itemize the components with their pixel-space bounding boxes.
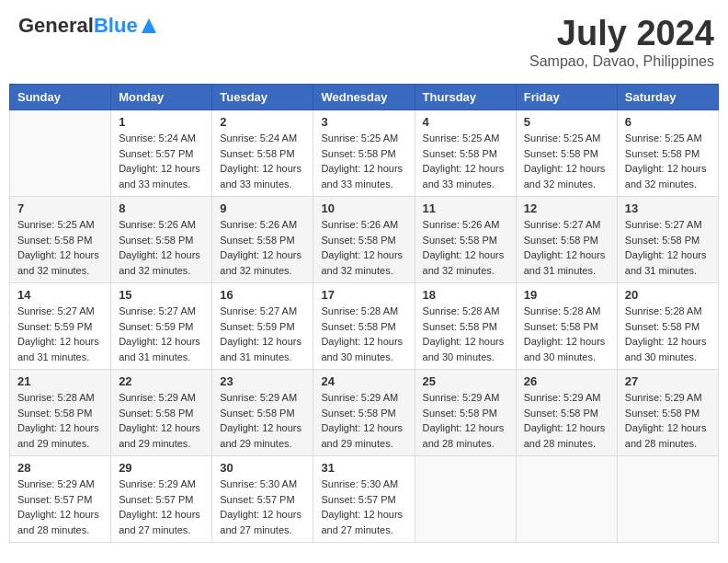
col-header-wednesday: Wednesday xyxy=(313,85,415,110)
day-number: 6 xyxy=(625,115,711,129)
day-info: Sunrise: 5:29 AM Sunset: 5:57 PM Dayligh… xyxy=(119,477,204,537)
col-header-thursday: Thursday xyxy=(415,85,516,110)
day-info: Sunrise: 5:30 AM Sunset: 5:57 PM Dayligh… xyxy=(321,477,406,537)
day-number: 19 xyxy=(524,288,609,302)
calendar-cell: 8Sunrise: 5:26 AM Sunset: 5:58 PM Daylig… xyxy=(111,197,212,283)
week-row-3: 14Sunrise: 5:27 AM Sunset: 5:59 PM Dayli… xyxy=(10,283,719,370)
day-number: 21 xyxy=(17,374,103,388)
calendar-table: SundayMondayTuesdayWednesdayThursdayFrid… xyxy=(9,84,719,543)
calendar-cell xyxy=(10,110,111,197)
day-info: Sunrise: 5:29 AM Sunset: 5:58 PM Dayligh… xyxy=(321,390,406,451)
calendar-cell: 4Sunrise: 5:25 AM Sunset: 5:58 PM Daylig… xyxy=(415,110,516,197)
day-info: Sunrise: 5:27 AM Sunset: 5:59 PM Dayligh… xyxy=(119,304,204,364)
calendar-cell: 14Sunrise: 5:27 AM Sunset: 5:59 PM Dayli… xyxy=(10,283,111,370)
day-info: Sunrise: 5:25 AM Sunset: 5:58 PM Dayligh… xyxy=(524,131,609,191)
svg-marker-0 xyxy=(142,18,156,33)
calendar-cell: 7Sunrise: 5:25 AM Sunset: 5:58 PM Daylig… xyxy=(10,197,111,283)
day-number: 12 xyxy=(524,201,609,215)
page-header: GeneralBlue July 2024 Sampao, Davao, Phi… xyxy=(9,9,719,75)
day-number: 2 xyxy=(220,115,305,129)
day-info: Sunrise: 5:24 AM Sunset: 5:57 PM Dayligh… xyxy=(119,131,204,191)
day-number: 24 xyxy=(321,374,406,388)
day-info: Sunrise: 5:28 AM Sunset: 5:58 PM Dayligh… xyxy=(524,304,609,364)
day-info: Sunrise: 5:25 AM Sunset: 5:58 PM Dayligh… xyxy=(423,131,508,191)
day-info: Sunrise: 5:29 AM Sunset: 5:58 PM Dayligh… xyxy=(423,390,508,451)
day-info: Sunrise: 5:29 AM Sunset: 5:58 PM Dayligh… xyxy=(119,390,204,451)
day-number: 1 xyxy=(119,115,204,129)
logo-general-text: General xyxy=(18,14,94,38)
calendar-cell: 29Sunrise: 5:29 AM Sunset: 5:57 PM Dayli… xyxy=(111,456,212,543)
calendar-cell xyxy=(516,456,617,543)
calendar-cell xyxy=(415,456,516,543)
col-header-saturday: Saturday xyxy=(617,85,718,110)
calendar-cell: 19Sunrise: 5:28 AM Sunset: 5:58 PM Dayli… xyxy=(516,283,617,370)
week-row-1: 1Sunrise: 5:24 AM Sunset: 5:57 PM Daylig… xyxy=(10,110,719,197)
col-header-tuesday: Tuesday xyxy=(212,85,313,110)
calendar-cell: 3Sunrise: 5:25 AM Sunset: 5:58 PM Daylig… xyxy=(313,110,415,197)
title-area: July 2024 Sampao, Davao, Philippines xyxy=(529,14,714,70)
day-number: 10 xyxy=(321,201,406,215)
col-header-monday: Monday xyxy=(111,85,212,110)
logo: GeneralBlue xyxy=(18,14,158,38)
calendar-cell: 15Sunrise: 5:27 AM Sunset: 5:59 PM Dayli… xyxy=(111,283,212,370)
calendar-cell: 18Sunrise: 5:28 AM Sunset: 5:58 PM Dayli… xyxy=(415,283,516,370)
day-number: 4 xyxy=(423,115,508,129)
day-number: 7 xyxy=(17,201,103,215)
calendar-cell: 30Sunrise: 5:30 AM Sunset: 5:57 PM Dayli… xyxy=(212,456,313,543)
day-info: Sunrise: 5:27 AM Sunset: 5:59 PM Dayligh… xyxy=(220,304,305,364)
day-info: Sunrise: 5:27 AM Sunset: 5:58 PM Dayligh… xyxy=(524,217,609,278)
calendar-cell: 2Sunrise: 5:24 AM Sunset: 5:58 PM Daylig… xyxy=(212,110,313,197)
day-info: Sunrise: 5:26 AM Sunset: 5:58 PM Dayligh… xyxy=(423,217,508,278)
day-number: 30 xyxy=(220,461,305,475)
day-info: Sunrise: 5:28 AM Sunset: 5:58 PM Dayligh… xyxy=(625,304,711,364)
calendar-cell: 20Sunrise: 5:28 AM Sunset: 5:58 PM Dayli… xyxy=(617,283,718,370)
day-number: 27 xyxy=(625,374,711,388)
day-info: Sunrise: 5:29 AM Sunset: 5:58 PM Dayligh… xyxy=(220,390,305,451)
day-info: Sunrise: 5:25 AM Sunset: 5:58 PM Dayligh… xyxy=(17,217,103,278)
calendar-cell xyxy=(617,456,718,543)
day-number: 23 xyxy=(220,374,305,388)
day-info: Sunrise: 5:24 AM Sunset: 5:58 PM Dayligh… xyxy=(220,131,305,191)
day-number: 22 xyxy=(119,374,204,388)
calendar-cell: 31Sunrise: 5:30 AM Sunset: 5:57 PM Dayli… xyxy=(313,456,415,543)
day-number: 18 xyxy=(423,288,508,302)
col-header-friday: Friday xyxy=(516,85,617,110)
day-number: 13 xyxy=(625,201,711,215)
day-info: Sunrise: 5:30 AM Sunset: 5:57 PM Dayligh… xyxy=(220,477,305,537)
calendar-cell: 16Sunrise: 5:27 AM Sunset: 5:59 PM Dayli… xyxy=(212,283,313,370)
location-subtitle: Sampao, Davao, Philippines xyxy=(529,53,714,70)
day-number: 26 xyxy=(524,374,609,388)
calendar-cell: 22Sunrise: 5:29 AM Sunset: 5:58 PM Dayli… xyxy=(111,370,212,456)
calendar-cell: 12Sunrise: 5:27 AM Sunset: 5:58 PM Dayli… xyxy=(516,197,617,283)
logo-blue-text: Blue xyxy=(94,14,138,38)
day-info: Sunrise: 5:28 AM Sunset: 5:58 PM Dayligh… xyxy=(17,390,103,451)
day-info: Sunrise: 5:27 AM Sunset: 5:58 PM Dayligh… xyxy=(625,217,711,278)
day-number: 28 xyxy=(17,461,103,475)
week-row-4: 21Sunrise: 5:28 AM Sunset: 5:58 PM Dayli… xyxy=(10,370,719,456)
day-number: 16 xyxy=(220,288,305,302)
day-info: Sunrise: 5:26 AM Sunset: 5:58 PM Dayligh… xyxy=(220,217,305,278)
calendar-cell: 17Sunrise: 5:28 AM Sunset: 5:58 PM Dayli… xyxy=(313,283,415,370)
day-number: 20 xyxy=(625,288,711,302)
day-number: 14 xyxy=(17,288,103,302)
header-row: SundayMondayTuesdayWednesdayThursdayFrid… xyxy=(10,85,719,110)
day-number: 3 xyxy=(321,115,406,129)
day-info: Sunrise: 5:25 AM Sunset: 5:58 PM Dayligh… xyxy=(321,131,406,191)
week-row-2: 7Sunrise: 5:25 AM Sunset: 5:58 PM Daylig… xyxy=(10,197,719,283)
day-info: Sunrise: 5:26 AM Sunset: 5:58 PM Dayligh… xyxy=(119,217,204,278)
calendar-cell: 21Sunrise: 5:28 AM Sunset: 5:58 PM Dayli… xyxy=(10,370,111,456)
calendar-cell: 9Sunrise: 5:26 AM Sunset: 5:58 PM Daylig… xyxy=(212,197,313,283)
day-number: 29 xyxy=(119,461,204,475)
day-number: 9 xyxy=(220,201,305,215)
calendar-cell: 25Sunrise: 5:29 AM Sunset: 5:58 PM Dayli… xyxy=(415,370,516,456)
day-number: 5 xyxy=(524,115,609,129)
day-info: Sunrise: 5:26 AM Sunset: 5:58 PM Dayligh… xyxy=(321,217,406,278)
calendar-cell: 28Sunrise: 5:29 AM Sunset: 5:57 PM Dayli… xyxy=(10,456,111,543)
day-info: Sunrise: 5:29 AM Sunset: 5:58 PM Dayligh… xyxy=(524,390,609,451)
calendar-cell: 27Sunrise: 5:29 AM Sunset: 5:58 PM Dayli… xyxy=(617,370,718,456)
day-number: 11 xyxy=(423,201,508,215)
calendar-cell: 6Sunrise: 5:25 AM Sunset: 5:58 PM Daylig… xyxy=(617,110,718,197)
day-info: Sunrise: 5:29 AM Sunset: 5:57 PM Dayligh… xyxy=(17,477,103,537)
day-number: 8 xyxy=(119,201,204,215)
calendar-cell: 26Sunrise: 5:29 AM Sunset: 5:58 PM Dayli… xyxy=(516,370,617,456)
